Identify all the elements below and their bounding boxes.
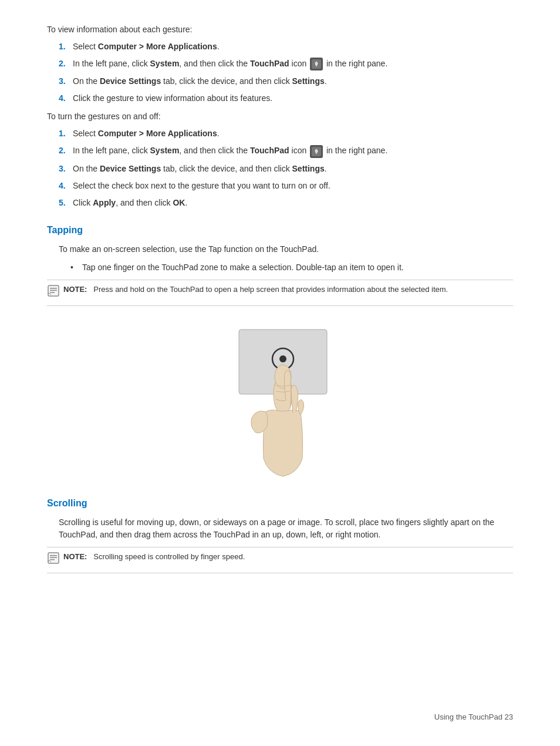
tapping-title: Tapping [47,223,513,237]
tapping-bullet-1: • Tap one finger on the TouchPad zone to… [59,261,513,274]
scrolling-note-label: NOTE: [63,552,87,561]
svg-rect-5 [50,288,57,289]
svg-point-10 [279,355,286,362]
svg-rect-6 [50,290,57,291]
intro-view-gestures: To view information about each gesture: [47,23,513,36]
touchpad-icon-2 [310,145,323,158]
scrolling-note: NOTE: Scrolling speed is controlled by f… [47,547,513,573]
turn-step-2: 2. In the left pane, click System, and t… [47,145,513,157]
note-icon [47,284,60,302]
turn-steps-list: 1. Select Computer > More Applications. … [47,127,513,209]
tapping-bullets: • Tap one finger on the TouchPad zone to… [47,261,513,274]
view-steps-list: 1. Select Computer > More Applications. … [47,41,513,105]
svg-rect-7 [50,292,55,293]
svg-rect-16 [50,559,55,560]
tapping-intro: To make an on-screen selection, use the … [47,243,513,256]
tapping-note-label: NOTE: [63,285,87,294]
view-step-2: 2. In the left pane, click System, and t… [47,58,513,70]
view-step-4: 4. Click the gesture to view information… [47,92,513,105]
tapping-note: NOTE: Press and hold on the TouchPad to … [47,280,513,306]
intro-turn-gestures: To turn the gestures on and off: [47,110,513,123]
turn-step-1: 1. Select Computer > More Applications. [47,127,513,140]
turn-step-4: 4. Select the check box next to the gest… [47,180,513,192]
turn-step-5: 5. Click Apply, and then click OK. [47,197,513,209]
touchpad-icon [310,58,323,70]
view-step-3: 3. On the Device Settings tab, click the… [47,75,513,88]
tapping-note-text: Press and hold on the TouchPad to open a… [93,285,448,294]
scrolling-title: Scrolling [47,496,513,510]
turn-step-3: 3. On the Device Settings tab, click the… [47,163,513,175]
svg-rect-15 [50,557,57,558]
view-step-1: 1. Select Computer > More Applications. [47,41,513,53]
scrolling-note-text: Scrolling speed is controlled by finger … [93,552,245,561]
svg-rect-14 [50,555,57,556]
tapping-image [47,318,513,482]
scrolling-note-icon [47,552,60,569]
scrolling-intro: Scrolling is useful for moving up, down,… [47,516,513,541]
page-footer: Using the TouchPad 23 [434,711,513,723]
